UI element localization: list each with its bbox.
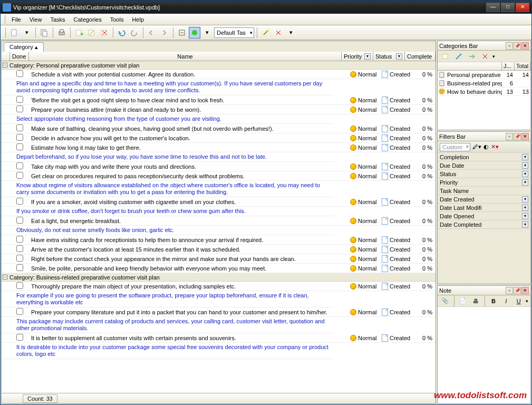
note-italic-icon[interactable]: I [500, 295, 511, 307]
collapse-icon[interactable] [176, 27, 188, 38]
note-bold-icon[interactable]: B [488, 295, 499, 307]
dropdown2-icon[interactable]: ▾ [201, 27, 213, 38]
wand-icon[interactable] [260, 27, 272, 38]
col-priority[interactable]: Priority▾ [342, 52, 373, 61]
cat-edit-icon[interactable] [453, 51, 465, 62]
task-row[interactable]: Eat a light, but energetic breakfast.Nor… [2, 216, 436, 226]
panel-restore-icon[interactable]: ▫ [506, 287, 513, 294]
category-item[interactable]: 🙂How to behave during c1313 [438, 88, 530, 96]
cat-new-icon[interactable] [440, 51, 451, 62]
filter-erase-icon[interactable]: ◐ [483, 143, 489, 150]
done-checkbox[interactable] [16, 162, 23, 169]
filter-dd-icon[interactable]: ▾ [522, 205, 528, 211]
clear-icon[interactable] [273, 27, 284, 38]
panel-pin-icon[interactable]: 📌 [514, 133, 521, 140]
cat-share-icon[interactable] [466, 51, 478, 62]
done-checkbox[interactable] [16, 143, 23, 150]
print-icon[interactable] [56, 27, 67, 38]
redo-icon[interactable] [129, 27, 140, 38]
dropdown-icon[interactable]: ▾ [21, 27, 33, 38]
filter-field[interactable]: Date Created▾ [438, 195, 530, 204]
task-row[interactable]: Thoroughly prepare the main object of yo… [2, 282, 436, 291]
task-row[interactable]: Schedule a visit with your potential cus… [2, 70, 436, 79]
done-checkbox[interactable] [16, 124, 23, 131]
minimize-button[interactable]: — [486, 3, 500, 12]
filter-combo[interactable]: Custom [440, 143, 470, 151]
col-done[interactable]: Done [10, 52, 29, 61]
done-checkbox[interactable] [16, 96, 23, 103]
filter-dd-icon[interactable]: ▾ [522, 179, 528, 186]
close-button[interactable]: ✕ [516, 3, 529, 12]
menu-view[interactable]: View [25, 15, 46, 24]
task-row[interactable]: 'Before the visit get a good night sleep… [2, 95, 436, 105]
note-print-icon[interactable]: 🖶 [470, 295, 481, 307]
filter-dd-icon[interactable]: ▾ [522, 154, 528, 160]
done-checkbox[interactable] [16, 134, 23, 141]
done-checkbox[interactable] [16, 217, 23, 224]
menu-tasks[interactable]: Tasks [46, 15, 69, 24]
filter-field[interactable]: Due Date▾ [438, 161, 530, 170]
task-row[interactable]: If you are a smoker, avoid visiting cust… [2, 197, 436, 207]
indent-right-icon[interactable] [159, 27, 170, 38]
task-row[interactable]: Get clear on procedures required to pass… [2, 171, 436, 181]
filter-dd-icon[interactable]: ▾ [522, 196, 528, 202]
done-checkbox[interactable] [16, 105, 23, 112]
panel-close-icon[interactable]: ✕ [521, 42, 529, 50]
maximize-button[interactable]: □ [501, 3, 515, 12]
done-checkbox[interactable] [16, 198, 23, 205]
new-file-icon[interactable] [8, 27, 20, 38]
done-checkbox[interactable] [16, 236, 23, 243]
undo-icon[interactable] [116, 27, 128, 38]
done-checkbox[interactable] [16, 308, 23, 315]
expand-icon[interactable]: − [3, 63, 7, 68]
filter-field[interactable]: Date Last Modifi▾ [438, 204, 530, 212]
filter-dd-icon[interactable]: ▾ [522, 162, 528, 169]
category-row[interactable]: −Category: Personal preparative customer… [2, 61, 436, 70]
done-checkbox[interactable] [16, 255, 23, 262]
filter-dd-icon[interactable]: ▾ [522, 221, 528, 228]
panel-pin-icon[interactable]: 📌 [514, 42, 521, 50]
done-checkbox[interactable] [16, 245, 23, 252]
menu-file[interactable]: File [7, 15, 25, 24]
menu-tools[interactable]: Tools [106, 15, 128, 24]
note-doc-icon[interactable]: 📄 [458, 295, 469, 307]
filter-green-icon[interactable] [189, 27, 200, 38]
panel-pin-icon[interactable]: 📌 [514, 287, 521, 294]
delete-task-icon[interactable] [99, 27, 110, 38]
task-row[interactable]: Decide in advance how you will get to th… [2, 133, 436, 143]
filter-field[interactable]: Priority▾ [438, 178, 530, 187]
done-checkbox[interactable] [16, 172, 23, 179]
filter-clear-icon[interactable]: ✕▾ [491, 143, 499, 150]
done-checkbox[interactable] [16, 282, 23, 289]
col-name[interactable]: Name [29, 52, 342, 61]
edit-task-icon[interactable] [86, 27, 98, 38]
panel-close-icon[interactable]: ✕ [521, 287, 529, 294]
done-checkbox[interactable] [16, 70, 23, 77]
done-checkbox[interactable] [16, 334, 23, 341]
col-complete[interactable]: Complete [405, 52, 436, 61]
category-item[interactable]: 📋Personal preparative cu1414 [438, 71, 530, 79]
filter-field[interactable]: Date Opened▾ [438, 212, 530, 220]
titlebar[interactable]: Vip organizer [M:\Checklists\Customervis… [1, 1, 531, 14]
panel-close-icon[interactable]: ✕ [521, 133, 529, 140]
filter-field[interactable]: Completion▾ [438, 153, 530, 161]
task-row[interactable]: Make sure of bathing, cleaning your shoe… [2, 124, 436, 133]
grid-body[interactable]: −Category: Personal preparative customer… [2, 61, 436, 393]
task-row[interactable]: Smile, be polite, personable and keep fr… [2, 264, 436, 273]
task-row[interactable]: Take city map with you and write there y… [2, 162, 436, 171]
task-row[interactable]: It is better to supplement all customer … [2, 333, 436, 343]
category-item[interactable]: 📋Business-related prepar.6 [438, 79, 530, 88]
done-checkbox[interactable] [16, 264, 23, 271]
note-attach-icon[interactable]: 📎 [440, 295, 451, 307]
tab-category[interactable]: Category ▴ [4, 42, 44, 52]
task-row[interactable]: Right before the contact check your appe… [2, 254, 436, 264]
panel-restore-icon[interactable]: ▫ [506, 133, 513, 140]
note-editor[interactable] [438, 307, 530, 403]
category-row[interactable]: −Category: Business-related preparative … [2, 273, 436, 282]
filter-field[interactable]: Status▾ [438, 170, 530, 178]
cat-del-icon[interactable] [479, 51, 491, 62]
col-status[interactable]: Status▾ [373, 52, 405, 61]
menu-categories[interactable]: Categories [70, 15, 106, 24]
dropdown3-icon[interactable]: ▾ [285, 27, 297, 38]
filter-dd-icon[interactable]: ▾ [522, 213, 528, 219]
